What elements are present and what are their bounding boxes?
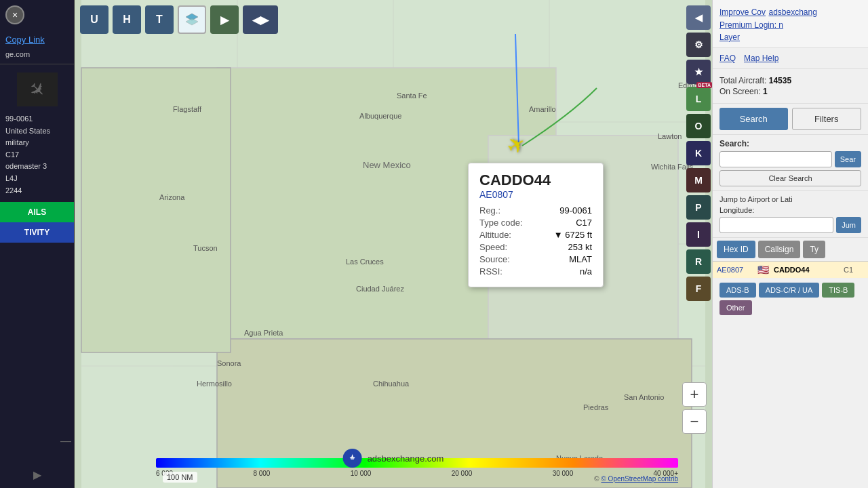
type-value: C17 bbox=[5, 149, 68, 161]
bar-label-8000: 8 000 bbox=[253, 470, 270, 477]
svg-text:New Mexico: New Mexico bbox=[363, 160, 411, 170]
map-help-link[interactable]: Map Help bbox=[744, 54, 778, 63]
faq-link[interactable]: FAQ bbox=[719, 54, 736, 63]
zoom-controls: + − bbox=[682, 382, 707, 434]
logo-icon bbox=[343, 449, 362, 468]
popup-source-label: Source: bbox=[479, 254, 510, 264]
popup-reg-value: 99-0061 bbox=[559, 205, 592, 216]
tisb-button[interactable]: TIS-B bbox=[822, 283, 854, 298]
btn-u[interactable]: U bbox=[80, 5, 108, 34]
popup-speed-label: Speed: bbox=[479, 242, 507, 252]
beta-btn[interactable]: ★ BETA bbox=[686, 60, 711, 84]
adsb-button[interactable]: ADS-B bbox=[719, 283, 756, 298]
forward-btn[interactable]: ▶ bbox=[210, 5, 239, 34]
search-go-button[interactable]: Sear bbox=[835, 151, 861, 167]
map-area[interactable]: Santa Fe Albuquerque Amarillo Flagstaff … bbox=[75, 0, 712, 488]
popup-callsign: CADDO44 bbox=[479, 171, 592, 189]
search-label: Search: bbox=[719, 139, 861, 148]
svg-text:Agua Prieta: Agua Prieta bbox=[244, 329, 283, 337]
layers-button[interactable] bbox=[178, 5, 206, 34]
callsign-column-btn[interactable]: Callsign bbox=[758, 241, 801, 258]
svg-text:Piedras: Piedras bbox=[583, 403, 609, 411]
type-column-btn[interactable]: Ty bbox=[803, 241, 825, 258]
altitude-arrow-icon: ▼ bbox=[554, 230, 563, 240]
attribution: © © OpenStreetMap contrib bbox=[594, 475, 678, 483]
zoom-in-button[interactable]: + bbox=[682, 382, 707, 407]
details-button[interactable]: AILS bbox=[0, 202, 74, 222]
category-value: military bbox=[5, 137, 68, 149]
popup-hex-id[interactable]: AE0807 bbox=[479, 189, 592, 200]
table-column-headers: Hex ID Callsign Ty bbox=[713, 238, 868, 262]
hex-id-cell[interactable]: AE0807 bbox=[717, 266, 757, 274]
expand-arrow-icon[interactable]: ▶ bbox=[33, 468, 41, 481]
search-button[interactable]: Search bbox=[719, 108, 788, 130]
callsign-cell: CADDO44 bbox=[774, 266, 844, 274]
nav-l-btn[interactable]: L bbox=[686, 87, 711, 111]
other-button[interactable]: Other bbox=[719, 300, 752, 315]
nav-p-btn[interactable]: P bbox=[686, 195, 711, 220]
altitude-number: 6725 ft bbox=[565, 230, 592, 240]
close-button[interactable]: × bbox=[5, 5, 24, 24]
nav-i-btn[interactable]: I bbox=[686, 222, 711, 247]
layers-icon bbox=[184, 12, 199, 27]
settings-btn[interactable]: ⚙ bbox=[686, 33, 711, 57]
aircraft-table-row[interactable]: AE0807 🇺🇸 CADDO44 C1 bbox=[713, 262, 868, 279]
aircraft-popup: CADDO44 AE0807 Reg.: 99-0061 Type code: … bbox=[468, 163, 604, 287]
hex-id-column-btn[interactable]: Hex ID bbox=[717, 241, 755, 258]
improve-coverage-link[interactable]: Improve Cov bbox=[719, 7, 766, 17]
copy-link-button[interactable]: Copy Link bbox=[0, 30, 74, 49]
nav-r-btn[interactable]: R bbox=[686, 249, 711, 274]
bar-label-30000: 30 000 bbox=[553, 470, 574, 477]
domain-text: ge.com bbox=[0, 49, 74, 60]
nav-f-btn[interactable]: F bbox=[686, 277, 711, 301]
popup-type-label: Type code: bbox=[479, 218, 523, 228]
scale-indicator: 100 NM bbox=[163, 472, 197, 483]
country-value: United States bbox=[5, 125, 68, 138]
btn-h[interactable]: H bbox=[113, 5, 141, 34]
filters-button[interactable]: Filters bbox=[792, 108, 862, 130]
type-cell: C1 bbox=[844, 266, 864, 274]
bar-label-20000: 20 000 bbox=[452, 470, 473, 477]
popup-reg-label: Reg.: bbox=[479, 205, 500, 216]
bar-label-10000: 10 000 bbox=[351, 470, 372, 477]
adsbexchange-link[interactable]: adsbexchang bbox=[768, 7, 816, 17]
premium-login-link[interactable]: Premium Login: n bbox=[719, 20, 861, 30]
aircraft-info-panel: 99-0061 United States military C17 odema… bbox=[0, 110, 74, 199]
layer-link[interactable]: Layer bbox=[719, 33, 861, 42]
jump-input[interactable] bbox=[719, 217, 833, 233]
aircraft-silhouette-icon: ✈ bbox=[24, 76, 51, 103]
svg-text:Chihuahua: Chihuahua bbox=[373, 380, 410, 388]
svg-text:Arizona: Arizona bbox=[159, 193, 185, 201]
jump-button[interactable]: Jum bbox=[836, 217, 861, 233]
total-aircraft-value: 14535 bbox=[769, 76, 791, 85]
logo-text: adsbexchange.com bbox=[368, 453, 444, 464]
source-filter-buttons: ADS-B ADS-C/R / UA TIS-B Other bbox=[713, 279, 868, 319]
zoom-out-button[interactable]: − bbox=[682, 409, 707, 434]
svg-text:Albuquerque: Albuquerque bbox=[359, 112, 401, 120]
nav-m-btn[interactable]: M bbox=[686, 168, 711, 192]
registration-value: 99-0061 bbox=[5, 113, 68, 125]
svg-text:Las Cruces: Las Cruces bbox=[346, 258, 384, 266]
nav-back-btn[interactable]: ◀ bbox=[686, 5, 711, 30]
svg-marker-34 bbox=[350, 457, 355, 460]
activity-button[interactable]: TIVITY bbox=[0, 222, 74, 243]
popup-type-value: C17 bbox=[576, 218, 592, 228]
left-sidebar: × Copy Link ge.com ✈ 99-0061 United Stat… bbox=[0, 0, 75, 488]
nav-k-btn[interactable]: K bbox=[686, 141, 711, 165]
popup-altitude-value: ▼ 6725 ft bbox=[554, 230, 592, 240]
map-background: Santa Fe Albuquerque Amarillo Flagstaff … bbox=[75, 0, 712, 488]
scroll-indicator: — bbox=[60, 435, 71, 447]
on-screen-value: 1 bbox=[763, 87, 768, 96]
flag-cell: 🇺🇸 bbox=[757, 264, 774, 275]
right-nav: ◀ ⚙ ★ BETA L O K M P I R F bbox=[684, 0, 712, 306]
toggle-btn[interactable]: ◀▶ bbox=[243, 5, 278, 34]
beta-badge: BETA bbox=[696, 82, 712, 88]
clear-search-button[interactable]: Clear Search bbox=[719, 170, 861, 186]
btn-t[interactable]: T bbox=[145, 5, 174, 34]
map-toolbar: U H T ▶ ◀▶ bbox=[80, 5, 278, 34]
search-input[interactable] bbox=[719, 151, 832, 167]
adsc-button[interactable]: ADS-C/R / UA bbox=[759, 283, 820, 298]
svg-text:Sonora: Sonora bbox=[217, 359, 241, 367]
osm-link[interactable]: © OpenStreetMap contrib bbox=[601, 475, 678, 483]
nav-o-btn[interactable]: O bbox=[686, 114, 711, 138]
